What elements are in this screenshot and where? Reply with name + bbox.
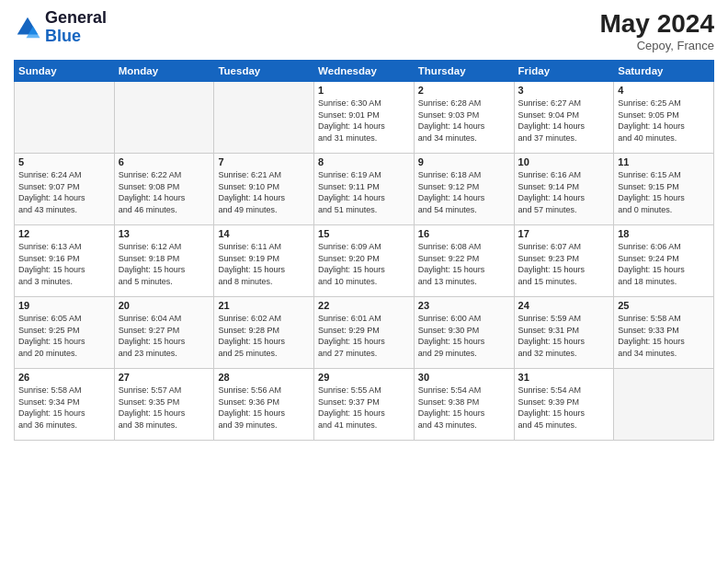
col-monday: Monday (114, 61, 214, 82)
table-row: 18Sunrise: 6:06 AM Sunset: 9:24 PM Dayli… (614, 225, 714, 297)
col-tuesday: Tuesday (214, 61, 314, 82)
col-wednesday: Wednesday (314, 61, 415, 82)
calendar-header-row: Sunday Monday Tuesday Wednesday Thursday… (15, 61, 714, 82)
day-info: Sunrise: 6:07 AM Sunset: 9:23 PM Dayligh… (518, 241, 610, 287)
table-row: 24Sunrise: 5:59 AM Sunset: 9:31 PM Dayli… (514, 297, 614, 369)
table-row (614, 369, 714, 441)
day-number: 20 (119, 300, 210, 311)
day-info: Sunrise: 5:54 AM Sunset: 9:38 PM Dayligh… (418, 385, 510, 431)
week-row-4: 19Sunrise: 6:05 AM Sunset: 9:25 PM Dayli… (15, 297, 714, 369)
table-row: 6Sunrise: 6:22 AM Sunset: 9:08 PM Daylig… (114, 154, 214, 225)
table-row: 28Sunrise: 5:56 AM Sunset: 9:36 PM Dayli… (214, 369, 314, 441)
week-row-1: 1Sunrise: 6:30 AM Sunset: 9:01 PM Daylig… (15, 82, 714, 154)
header: General Blue May 2024 Cepoy, France (14, 9, 714, 52)
calendar: Sunday Monday Tuesday Wednesday Thursday… (14, 60, 714, 441)
table-row: 22Sunrise: 6:01 AM Sunset: 9:29 PM Dayli… (314, 297, 415, 369)
location: Cepoy, France (599, 39, 714, 52)
day-info: Sunrise: 6:30 AM Sunset: 9:01 PM Dayligh… (318, 98, 410, 144)
day-number: 1 (318, 85, 410, 96)
page: General Blue May 2024 Cepoy, France Sund… (0, 0, 728, 563)
day-info: Sunrise: 6:11 AM Sunset: 9:19 PM Dayligh… (218, 241, 310, 287)
logo-blue: Blue (45, 28, 107, 46)
day-info: Sunrise: 6:00 AM Sunset: 9:30 PM Dayligh… (418, 313, 510, 359)
day-info: Sunrise: 5:56 AM Sunset: 9:36 PM Dayligh… (218, 385, 310, 431)
day-number: 17 (518, 228, 610, 239)
day-info: Sunrise: 5:58 AM Sunset: 9:33 PM Dayligh… (618, 313, 710, 359)
day-number: 28 (218, 372, 310, 383)
day-info: Sunrise: 6:27 AM Sunset: 9:04 PM Dayligh… (518, 98, 610, 144)
day-info: Sunrise: 6:06 AM Sunset: 9:24 PM Dayligh… (618, 241, 710, 287)
table-row: 10Sunrise: 6:16 AM Sunset: 9:14 PM Dayli… (514, 154, 614, 225)
day-info: Sunrise: 6:25 AM Sunset: 9:05 PM Dayligh… (618, 98, 710, 144)
table-row: 20Sunrise: 6:04 AM Sunset: 9:27 PM Dayli… (114, 297, 214, 369)
day-number: 3 (518, 85, 610, 96)
day-number: 6 (119, 156, 210, 167)
table-row: 11Sunrise: 6:15 AM Sunset: 9:15 PM Dayli… (614, 154, 714, 225)
table-row (114, 82, 214, 154)
table-row: 2Sunrise: 6:28 AM Sunset: 9:03 PM Daylig… (414, 82, 514, 154)
week-row-3: 12Sunrise: 6:13 AM Sunset: 9:16 PM Dayli… (15, 225, 714, 297)
table-row: 29Sunrise: 5:55 AM Sunset: 9:37 PM Dayli… (314, 369, 415, 441)
logo-text: General Blue (45, 9, 107, 46)
day-info: Sunrise: 6:05 AM Sunset: 9:25 PM Dayligh… (18, 313, 110, 359)
day-number: 25 (618, 300, 710, 311)
week-row-5: 26Sunrise: 5:58 AM Sunset: 9:34 PM Dayli… (15, 369, 714, 441)
table-row: 4Sunrise: 6:25 AM Sunset: 9:05 PM Daylig… (614, 82, 714, 154)
day-number: 19 (18, 300, 110, 311)
day-number: 24 (518, 300, 610, 311)
day-info: Sunrise: 6:19 AM Sunset: 9:11 PM Dayligh… (318, 169, 410, 215)
table-row: 1Sunrise: 6:30 AM Sunset: 9:01 PM Daylig… (314, 82, 415, 154)
day-info: Sunrise: 6:12 AM Sunset: 9:18 PM Dayligh… (119, 241, 210, 287)
table-row: 21Sunrise: 6:02 AM Sunset: 9:28 PM Dayli… (214, 297, 314, 369)
col-friday: Friday (514, 61, 614, 82)
table-row: 12Sunrise: 6:13 AM Sunset: 9:16 PM Dayli… (15, 225, 115, 297)
day-info: Sunrise: 6:18 AM Sunset: 9:12 PM Dayligh… (418, 169, 510, 215)
title-block: May 2024 Cepoy, France (599, 9, 714, 52)
table-row: 3Sunrise: 6:27 AM Sunset: 9:04 PM Daylig… (514, 82, 614, 154)
day-info: Sunrise: 6:24 AM Sunset: 9:07 PM Dayligh… (18, 169, 110, 215)
month-year: May 2024 (599, 9, 714, 39)
table-row: 5Sunrise: 6:24 AM Sunset: 9:07 PM Daylig… (15, 154, 115, 225)
col-sunday: Sunday (15, 61, 115, 82)
day-number: 8 (318, 156, 410, 167)
day-info: Sunrise: 6:01 AM Sunset: 9:29 PM Dayligh… (318, 313, 410, 359)
day-number: 21 (218, 300, 310, 311)
table-row: 30Sunrise: 5:54 AM Sunset: 9:38 PM Dayli… (414, 369, 514, 441)
table-row: 19Sunrise: 6:05 AM Sunset: 9:25 PM Dayli… (15, 297, 115, 369)
day-info: Sunrise: 6:28 AM Sunset: 9:03 PM Dayligh… (418, 98, 510, 144)
table-row: 17Sunrise: 6:07 AM Sunset: 9:23 PM Dayli… (514, 225, 614, 297)
table-row: 15Sunrise: 6:09 AM Sunset: 9:20 PM Dayli… (314, 225, 415, 297)
logo: General Blue (14, 9, 107, 46)
day-info: Sunrise: 6:15 AM Sunset: 9:15 PM Dayligh… (618, 169, 710, 215)
day-number: 27 (119, 372, 210, 383)
day-info: Sunrise: 5:59 AM Sunset: 9:31 PM Dayligh… (518, 313, 610, 359)
day-info: Sunrise: 5:58 AM Sunset: 9:34 PM Dayligh… (18, 385, 110, 431)
table-row: 9Sunrise: 6:18 AM Sunset: 9:12 PM Daylig… (414, 154, 514, 225)
day-number: 18 (618, 228, 710, 239)
day-number: 5 (18, 156, 110, 167)
table-row: 27Sunrise: 5:57 AM Sunset: 9:35 PM Dayli… (114, 369, 214, 441)
day-number: 2 (418, 85, 510, 96)
day-number: 7 (218, 156, 310, 167)
table-row: 25Sunrise: 5:58 AM Sunset: 9:33 PM Dayli… (614, 297, 714, 369)
day-info: Sunrise: 5:55 AM Sunset: 9:37 PM Dayligh… (318, 385, 410, 431)
day-number: 4 (618, 85, 710, 96)
day-number: 29 (318, 372, 410, 383)
day-number: 9 (418, 156, 510, 167)
table-row: 26Sunrise: 5:58 AM Sunset: 9:34 PM Dayli… (15, 369, 115, 441)
day-info: Sunrise: 6:21 AM Sunset: 9:10 PM Dayligh… (218, 169, 310, 215)
table-row (15, 82, 115, 154)
day-number: 14 (218, 228, 310, 239)
day-number: 16 (418, 228, 510, 239)
day-number: 13 (119, 228, 210, 239)
day-info: Sunrise: 6:08 AM Sunset: 9:22 PM Dayligh… (418, 241, 510, 287)
col-saturday: Saturday (614, 61, 714, 82)
day-info: Sunrise: 6:22 AM Sunset: 9:08 PM Dayligh… (119, 169, 210, 215)
day-info: Sunrise: 6:13 AM Sunset: 9:16 PM Dayligh… (18, 241, 110, 287)
table-row: 7Sunrise: 6:21 AM Sunset: 9:10 PM Daylig… (214, 154, 314, 225)
day-info: Sunrise: 5:54 AM Sunset: 9:39 PM Dayligh… (518, 385, 610, 431)
day-info: Sunrise: 6:04 AM Sunset: 9:27 PM Dayligh… (119, 313, 210, 359)
logo-icon (14, 14, 41, 41)
day-info: Sunrise: 6:09 AM Sunset: 9:20 PM Dayligh… (318, 241, 410, 287)
day-number: 12 (18, 228, 110, 239)
